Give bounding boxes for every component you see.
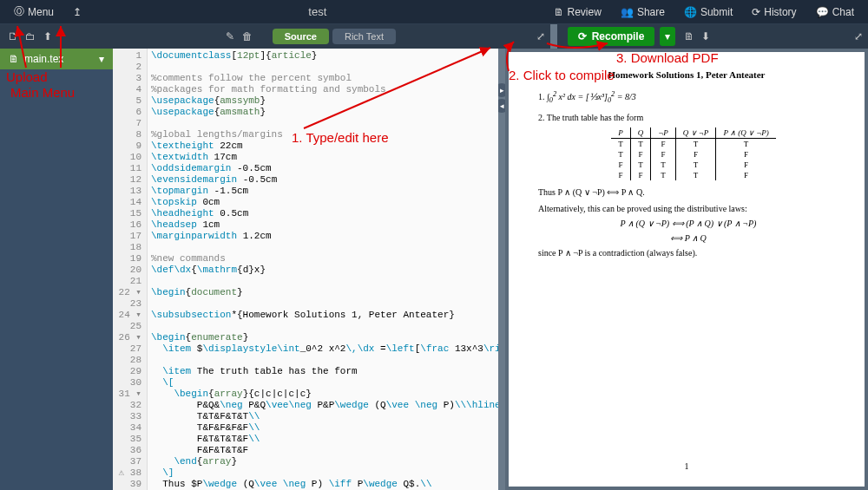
file-icon: 🗋	[8, 30, 18, 42]
pdf-truth-table: PQ¬PQ ∨ ¬PP ∧ (Q ∨ ¬P)TTFTTTFFFFFTTTFFFT…	[611, 127, 776, 180]
overleaf-icon: Ⓞ	[14, 4, 24, 19]
top-bar: Ⓞ Menu ↥ test 🗎Review 👥Share 🌐Submit ⟳Hi…	[0, 0, 868, 24]
pdf-viewer[interactable]: Homework Solutions 1, Peter Anteater 1. …	[505, 49, 868, 490]
history-button[interactable]: ⟳History	[745, 3, 803, 22]
toolbar: 🗋 🗀 ⬆ ✎ 🗑 Source Rich Text ⤢ ⟳ Recompile…	[0, 24, 868, 49]
rename-button[interactable]: ✎	[222, 29, 238, 44]
new-folder-button[interactable]: 🗀	[23, 29, 38, 44]
pdf-title: Homework Solutions 1, Peter Anteater	[535, 69, 838, 80]
menu-label: Menu	[28, 6, 54, 18]
trash-icon: 🗑	[242, 30, 253, 42]
file-tree: 🗎 main.tex ▾	[0, 49, 113, 490]
pdf-item-1: 1. ∫02 x² dx = [⅓x³]02 = 8/3	[535, 90, 838, 104]
upload-icon: ⬆	[43, 30, 52, 42]
history-icon: ⟳	[752, 6, 760, 18]
file-name: main.tex	[24, 53, 63, 65]
submit-button[interactable]: 🌐Submit	[677, 3, 740, 22]
review-icon: 🗎	[554, 6, 564, 18]
up-button[interactable]: ↥	[66, 3, 89, 22]
new-file-button[interactable]: 🗋	[5, 29, 21, 44]
project-title[interactable]: test	[308, 5, 326, 18]
submit-icon: 🌐	[684, 6, 697, 18]
file-icon: 🗎	[9, 53, 19, 65]
pdf-page-number: 1	[685, 461, 689, 471]
delete-button[interactable]: 🗑	[240, 29, 255, 44]
share-button[interactable]: 👥Share	[614, 3, 672, 22]
share-icon: 👥	[621, 6, 634, 18]
code-content[interactable]: \documentclass[12pt]{article} %comments …	[148, 49, 498, 490]
main-area: 🗎 main.tex ▾ 123456789101112131415161718…	[0, 49, 868, 490]
refresh-icon: ⟳	[578, 30, 587, 42]
chevron-down-icon: ▾	[99, 53, 104, 65]
chevron-down-icon: ▾	[665, 30, 670, 42]
expand-pdf-button[interactable]: ⤢	[849, 30, 868, 42]
file-main-tex[interactable]: 🗎 main.tex ▾	[0, 49, 113, 69]
chat-icon: 💬	[816, 6, 829, 18]
chat-button[interactable]: 💬Chat	[809, 3, 861, 22]
pane-divider[interactable]: ▸ ◂	[498, 49, 505, 490]
logs-button[interactable]: 🗎	[684, 30, 694, 42]
richtext-tab[interactable]: Rich Text	[332, 29, 396, 44]
menu-button[interactable]: Ⓞ Menu	[7, 1, 61, 23]
up-icon: ↥	[73, 6, 82, 18]
line-gutter: 12345678910111213141516171819202122 ▾232…	[113, 49, 148, 490]
upload-button[interactable]: ⬆	[40, 29, 56, 44]
download-pdf-button[interactable]: ⬇	[701, 30, 710, 42]
review-button[interactable]: 🗎Review	[547, 3, 608, 22]
recompile-button[interactable]: ⟳ Recompile	[568, 27, 655, 46]
code-editor[interactable]: 12345678910111213141516171819202122 ▾232…	[113, 49, 498, 490]
folder-icon: 🗀	[25, 30, 36, 42]
pdf-page: Homework Solutions 1, Peter Anteater 1. …	[509, 52, 865, 487]
pdf-item-2: 2. The truth table has the form PQ¬PQ ∨ …	[535, 113, 838, 258]
recompile-dropdown[interactable]: ▾	[660, 27, 675, 46]
pencil-icon: ✎	[226, 30, 234, 42]
expand-editor-button[interactable]: ⤢	[531, 30, 550, 42]
source-tab[interactable]: Source	[273, 29, 329, 44]
